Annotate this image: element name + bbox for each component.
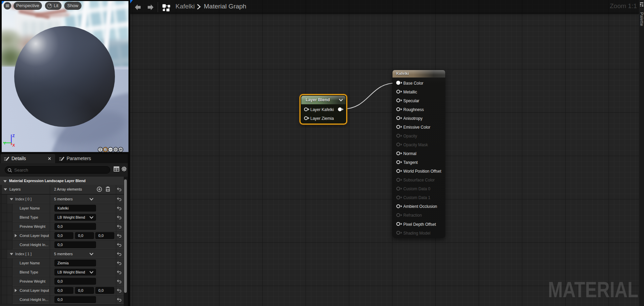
svg-text:Layer Ziemia: Layer Ziemia	[310, 116, 334, 121]
svg-text:World Position Offset: World Position Offset	[403, 169, 442, 174]
svg-text:Emissive Color: Emissive Color	[403, 125, 430, 130]
svg-text:Specular: Specular	[403, 99, 419, 103]
svg-text:Z: Z	[13, 134, 15, 138]
svg-text:Ambient Occlusion: Ambient Occlusion	[403, 204, 437, 209]
svg-text:Custom Data 0: Custom Data 0	[403, 187, 430, 191]
svg-text:Layer Kafelki: Layer Kafelki	[310, 107, 334, 112]
svg-text:Subsurface Color: Subsurface Color	[403, 178, 435, 182]
svg-text:Roughness: Roughness	[403, 107, 424, 112]
svg-text:X: X	[13, 143, 15, 147]
svg-text:Refraction: Refraction	[403, 213, 422, 218]
svg-text:Shading Model: Shading Model	[403, 231, 430, 236]
svg-text:Pixel Depth Offset: Pixel Depth Offset	[403, 222, 436, 227]
svg-text:Y: Y	[3, 141, 6, 145]
svg-text:Metallic: Metallic	[403, 90, 417, 94]
svg-text:Base Color: Base Color	[403, 81, 423, 86]
svg-text:Opacity Mask: Opacity Mask	[403, 143, 428, 147]
svg-text:Custom Data 1: Custom Data 1	[403, 195, 430, 200]
svg-text:Anisotropy: Anisotropy	[403, 116, 423, 121]
svg-text:Opacity: Opacity	[403, 134, 417, 138]
svg-text:Tangent: Tangent	[403, 160, 418, 165]
svg-text:Normal: Normal	[403, 151, 416, 156]
